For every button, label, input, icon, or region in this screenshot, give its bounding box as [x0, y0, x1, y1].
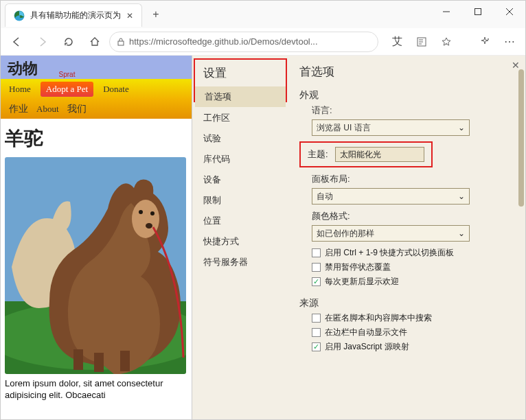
svg-point-18 — [146, 223, 152, 229]
theme-value: 太阳能化光 — [340, 149, 381, 161]
scroll-thumb[interactable] — [518, 69, 524, 207]
cb-pause-row[interactable]: 禁用暂停状态覆盖 — [312, 261, 520, 273]
preferences-title: 首选项 — [299, 61, 520, 86]
primary-nav: Home Sprat Adopt a Pet Donate — [1, 79, 192, 100]
tab-title: 具有辅助功能的演示页为 — [30, 10, 121, 21]
sidebar-item-throttling[interactable]: 限制 — [194, 190, 287, 211]
svg-point-17 — [150, 211, 155, 215]
rendered-page: 动物 Home Sprat Adopt a Pet Donate 作业 Abou… — [1, 56, 192, 419]
sidebar-item-devices[interactable]: 设备 — [194, 170, 287, 190]
lorem-text: Lorem ipsum dolor, sit amet consectetur … — [1, 374, 192, 406]
color-format-select[interactable]: 如已创作的那样 ⌄ — [312, 225, 470, 242]
minimize-button[interactable] — [431, 1, 462, 23]
home-button[interactable] — [83, 31, 106, 53]
cb-welcome-row[interactable]: ✓ 每次更新后显示欢迎 — [312, 276, 520, 288]
browser-toolbar: https://microsoftedge.github.io/Demos/de… — [1, 28, 525, 56]
nav-home[interactable]: Home — [9, 84, 31, 95]
lock-icon — [117, 38, 125, 46]
edge-favicon-icon — [14, 10, 25, 21]
svg-point-11 — [488, 38, 489, 40]
maximize-button[interactable] — [462, 1, 494, 23]
sidebar-item-symbol-server[interactable]: 符号服务器 — [194, 252, 287, 272]
theme-label: 主题: — [308, 148, 328, 161]
window-close-button[interactable] — [494, 1, 525, 23]
cb-shortcut-row[interactable]: 启用 Ctrl + 1-9 快捷方式以切换面板 — [312, 247, 520, 259]
cb-sidebar-files-label: 在边栏中自动显示文件 — [325, 327, 407, 338]
cb-sidebar-files-row[interactable]: 在边栏中自动显示文件 — [312, 327, 520, 338]
favorite-button[interactable]: + — [435, 31, 458, 53]
sidebar-item-locations[interactable]: 位置 — [194, 211, 287, 231]
panel-layout-value: 自动 — [317, 191, 333, 202]
sidebar-item-experiments[interactable]: 试验 — [194, 128, 287, 149]
panel-layout-field: 面板布局: 自动 ⌄ — [312, 173, 520, 205]
nav-us[interactable]: 我们 — [67, 103, 87, 115]
checkbox-checked-icon: ✓ — [312, 277, 321, 286]
nav-jobs[interactable]: 作业 — [9, 103, 28, 115]
cb-anon-label: 在匿名脚本和内容脚本中搜索 — [325, 312, 432, 324]
nav-adopt[interactable]: Sprat Adopt a Pet — [41, 82, 93, 97]
sparkle-button[interactable] — [473, 31, 496, 53]
language-value: 浏览器 UI 语言 — [317, 122, 371, 134]
cb-js-sourcemap-row[interactable]: ✓ 启用 JavaScript 源映射 — [312, 341, 520, 353]
language-select[interactable]: 浏览器 UI 语言 ⌄ — [312, 119, 470, 136]
cb-pause-label: 禁用暂停状态覆盖 — [325, 261, 391, 273]
browser-window: 具有辅助功能的演示页为 ✕ + https://microsoftedge.gi… — [0, 0, 526, 420]
refresh-button[interactable] — [57, 31, 80, 53]
checkbox-checked-icon: ✓ — [312, 342, 321, 351]
svg-rect-20 — [94, 353, 104, 372]
address-bar[interactable]: https://microsoftedge.github.io/Demos/de… — [109, 32, 378, 52]
sidebar-item-workspace[interactable]: 工作区 — [194, 108, 287, 128]
nav-donate[interactable]: Donate — [103, 84, 129, 95]
sources-section: 来源 — [299, 297, 520, 310]
chevron-down-icon: ⌄ — [458, 229, 465, 238]
language-field: 语言: 浏览器 UI 语言 ⌄ — [312, 104, 520, 136]
settings-title: 设置 — [195, 60, 286, 86]
checkbox-unchecked-icon — [312, 263, 321, 272]
sidebar-item-library[interactable]: 库代码 — [194, 149, 287, 170]
reader-button[interactable] — [410, 31, 433, 53]
svg-rect-5 — [118, 41, 124, 45]
theme-select[interactable]: 太阳能化光 — [335, 147, 424, 162]
checkbox-unchecked-icon — [312, 248, 321, 257]
page-banner: 动物 — [1, 56, 192, 79]
secondary-nav: 作业 About 我们 — [1, 100, 192, 119]
devtools-panel: 设置 首选项 工作区 试验 库代码 设备 限制 位置 快捷方式 符号服务器 ✕ … — [192, 56, 525, 419]
appearance-section: 外观 — [299, 89, 520, 102]
nav-adopt-label: Adopt a Pet — [46, 84, 88, 94]
forward-button[interactable] — [31, 31, 54, 53]
sidebar-item-preferences[interactable]: 首选项 — [195, 86, 286, 107]
cb-js-sourcemap-label: 启用 JavaScript 源映射 — [325, 341, 409, 353]
sprat-label: Sprat — [59, 71, 76, 78]
color-format-label: 颜色格式: — [312, 210, 520, 222]
url-text: https://microsoftedge.github.io/Demos/de… — [129, 36, 318, 47]
settings-scrollbar[interactable] — [517, 69, 524, 412]
cb-anon-row[interactable]: 在匿名脚本和内容脚本中搜索 — [312, 312, 520, 324]
cb-welcome-label: 每次更新后显示欢迎 — [325, 276, 399, 288]
toolbar-right: 艾 + ⋯ — [381, 31, 521, 53]
chevron-down-icon: ⌄ — [458, 123, 465, 132]
browser-tab[interactable]: 具有辅助功能的演示页为 ✕ — [5, 3, 142, 27]
alpaca-photo — [5, 157, 186, 374]
sidebar-item-shortcuts[interactable]: 快捷方式 — [194, 231, 287, 252]
window-controls — [431, 1, 525, 23]
tab-close-icon[interactable]: ✕ — [126, 11, 133, 21]
ai-button[interactable]: 艾 — [385, 31, 409, 53]
nav-about[interactable]: About — [36, 104, 59, 115]
cb-shortcut-label: 启用 Ctrl + 1-9 快捷方式以切换面板 — [325, 247, 454, 259]
new-tab-button[interactable]: + — [146, 5, 165, 24]
settings-body: ✕ 首选项 外观 语言: 浏览器 UI 语言 ⌄ 主题: 太阳能化光 — [290, 56, 525, 419]
svg-rect-2 — [475, 9, 481, 15]
menu-button[interactable]: ⋯ — [498, 31, 521, 53]
theme-box: 主题: 太阳能化光 — [299, 141, 433, 167]
back-button[interactable] — [5, 31, 28, 53]
color-format-value: 如已创作的那样 — [317, 228, 374, 240]
panel-layout-select[interactable]: 自动 ⌄ — [312, 188, 470, 205]
language-label: 语言: — [312, 104, 520, 117]
chevron-down-icon: ⌄ — [458, 191, 465, 201]
checkbox-unchecked-icon — [312, 314, 321, 323]
svg-rect-21 — [120, 351, 130, 371]
color-format-field: 颜色格式: 如已创作的那样 ⌄ — [312, 210, 520, 242]
panel-layout-label: 面板布局: — [312, 173, 520, 185]
svg-text:+: + — [446, 41, 448, 45]
checkbox-unchecked-icon — [312, 328, 321, 337]
